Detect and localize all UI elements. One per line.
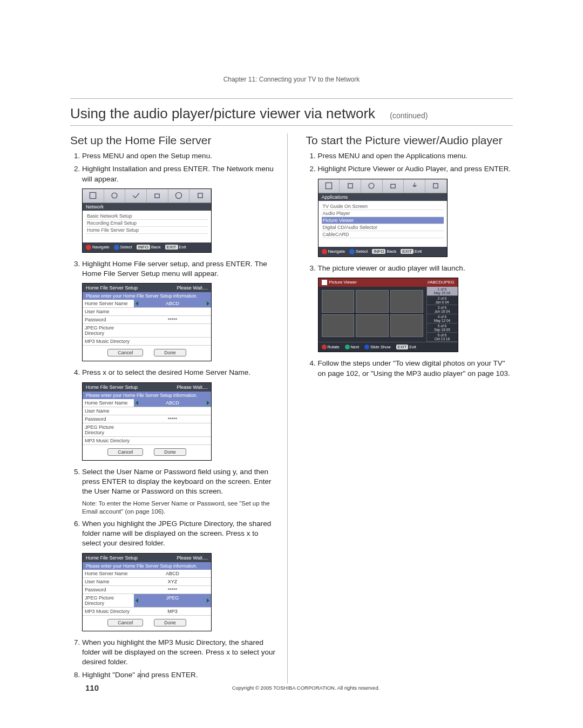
pv-title-text: Picture Viewer [329,280,357,285]
right-arrow-icon [207,301,209,306]
rule-under-title [70,125,513,126]
svg-rect-4 [198,193,202,198]
dlg1-row-mp3-label: MP3 Music Directory [83,338,134,345]
svg-rect-2 [155,194,159,198]
right-heading: To start the Picture viewer/Audio player [306,133,513,147]
dlg2-row-pass-label: Password [83,415,134,423]
network-item-1: Recording Email Setup [86,220,208,227]
dlg2-home-text: ABCD [166,400,179,406]
apps-footer-nav: Navigate [328,249,345,254]
left-steps: Press MENU and open the Setup menu. High… [70,151,277,184]
apps-tab-icon-1 [318,179,340,193]
dlg2-row-jpeg-label: JPEG Picture Directory [83,423,134,436]
dlg3-jpeg-text: JPEG [166,595,179,601]
chapter-header: Chapter 11: Connecting your TV to the Ne… [70,76,513,83]
left-steps-7: When you highlight the MP3 Music Directo… [70,638,277,680]
tab-bar [83,189,211,203]
right-step-4: Follow the steps under "To view digital … [318,359,513,378]
left-steps-5: Select the User Name or Password field u… [70,467,277,497]
left-step-2: Highlight Installation and press ENTER. … [82,164,277,184]
left-step-4: Press x or to select the desired Home Se… [82,368,277,378]
apps-footer: Navigate Select INFOBack EXITExit [318,247,447,257]
dlg3-row-mp3-label: MP3 Music Directory [83,608,134,615]
right-steps-3: The picture viewer or audio player will … [306,264,513,273]
dlg1-row-home-label: Home Server Name [83,300,134,307]
svg-rect-9 [433,184,438,188]
tab-icon-1 [83,189,104,203]
hfs-dialog-2: Home File Server SetupPlease Wait.... Pl… [82,382,212,461]
footer-bar [140,670,141,679]
dlg3-wait: Please Wait.... [177,555,208,561]
apps-tab-icon-6 [425,179,447,193]
apps-back-pill: INFO [372,249,385,254]
dlg2-row-mp3-val [134,437,211,444]
pv-slide: Slide Show [370,345,391,349]
dlg2-title: Home File Server Setup [86,385,138,390]
footer-select: Select [120,245,132,250]
rule-top [70,98,513,99]
left-steps-4: Press x or to select the desired Home Se… [70,368,277,378]
apps-item-4: CableCARD [322,231,444,238]
left-step-8: Highlight "Done" and press ENTER. [82,670,277,680]
apps-tab-icon-3 [361,179,383,193]
apps-tab-icon-4 [383,179,404,193]
dlg2-row-home-val: ABCD [134,399,211,407]
footer-back: Back [151,245,161,250]
dlg2-row-home-label: Home Server Name [83,399,134,407]
apps-item-0: TV Guide On Screen [322,203,444,210]
green-dot-icon [345,345,350,349]
select-badge-icon [114,245,119,250]
dlg1-row-pass-val: ***** [134,316,211,323]
apps-tab-icon-5 [404,179,425,193]
apps-item-2: Picture Viewer [322,217,444,224]
dlg1-row-pass-label: Password [83,316,134,323]
dlg1-row-user-label: User Name [83,308,134,315]
exit-pill: EXIT [165,245,178,250]
dlg1-row-jpeg-label: JPEG Picture Directory [83,324,134,337]
dlg3-row-home-label: Home Server Name [83,570,134,577]
footer-nav: Navigate [92,245,110,250]
pv-sidebar: 1 of 6May 29 04 2 of 6Jan 6 04 3 of 6Jun… [426,287,458,342]
apps-footer-exit: Exit [415,249,422,254]
network-menu-figure: Network Basic Network Setup Recording Em… [82,188,212,253]
dlg1-wait: Please Wait.... [177,285,208,291]
left-step-3: Highlight Home File server setup, and pr… [82,259,277,279]
dlg3-title: Home File Server Setup [86,555,138,561]
svg-rect-0 [90,193,96,199]
dlg2-wait: Please Wait.... [177,385,208,390]
left-step-6: When you highlight the JPEG Picture Dire… [82,519,277,549]
svg-rect-6 [348,184,352,188]
apps-items: TV Guide On Screen Audio Player Picture … [318,201,447,247]
pv-side-cell: 2 of 6Jan 6 04 [427,296,458,305]
dlg2-done-button: Done [154,448,186,456]
dlg1-sub: Please enter your Home File Server Setup… [83,292,211,300]
pv-side-cell: 1 of 6May 29 04 [427,287,458,296]
pv-rotate: Rotate [328,345,340,349]
network-item-2: Home File Server Setup [86,227,208,234]
svg-point-3 [175,193,181,199]
apps-item-3: Digital CD/Audio Selector [322,224,444,231]
svg-point-1 [112,193,117,198]
page-number: 110 [85,683,99,692]
pv-thumb [356,314,389,337]
dlg2-row-pass-val: ***** [134,415,211,423]
left-steps-6: When you highlight the JPEG Picture Dire… [70,519,277,549]
network-items: Basic Network Setup Recording Email Setu… [83,211,211,242]
dlg1-title: Home File Server Setup [86,285,138,291]
red-dot-icon [322,345,327,349]
left-arrow-icon [135,598,138,603]
dlg3-done-button: Done [154,619,186,626]
dlg3-sub: Please enter your Home File Server Setup… [83,562,211,570]
dlg3-row-user-label: User Name [83,578,134,585]
pv-thumb [390,290,423,313]
hfs-dialog-1: Home File Server SetupPlease Wait.... Pl… [82,283,212,361]
dlg1-row-jpeg-val [134,324,211,337]
pv-thumb [322,290,355,313]
pv-thumb [356,290,389,313]
back-pill: INFO [137,245,150,250]
dlg1-cancel-button: Cancel [107,349,143,356]
dlg1-home-text: ABCD [166,301,179,306]
apps-tab-icon-2 [340,179,361,193]
picture-viewer-figure: Picture Viewer //ABCD/JPEG 1 of 6May 29 … [318,278,458,353]
title-continued: (continued) [390,111,428,120]
